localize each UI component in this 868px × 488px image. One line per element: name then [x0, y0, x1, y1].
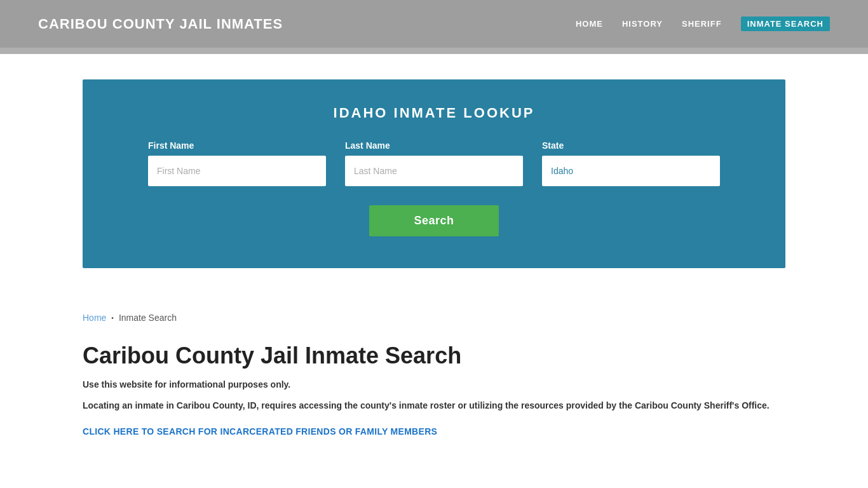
cta-link[interactable]: CLICK HERE to Search for Incarcerated Fr…	[83, 426, 437, 437]
breadcrumb-current: Inmate Search	[119, 313, 177, 323]
info-line2: Locating an inmate in Caribou County, ID…	[83, 398, 785, 412]
page-heading: Caribou County Jail Inmate Search	[83, 342, 785, 369]
site-header: CARIBOU COUNTY JAIL INMATES HOME HISTORY…	[0, 0, 868, 48]
search-fields: First Name Last Name State	[121, 140, 747, 186]
first-name-input[interactable]	[148, 156, 326, 186]
nav-history[interactable]: HISTORY	[622, 19, 663, 29]
search-section-title: IDAHO INMATE LOOKUP	[121, 105, 747, 121]
breadcrumb-home[interactable]: Home	[83, 313, 106, 323]
breadcrumb: Home • Inmate Search	[0, 294, 868, 329]
last-name-input[interactable]	[345, 156, 523, 186]
state-input[interactable]	[542, 156, 720, 186]
search-section: IDAHO INMATE LOOKUP First Name Last Name…	[83, 79, 785, 268]
main-nav: HOME HISTORY SHERIFF INMATE SEARCH	[576, 17, 830, 31]
state-group: State	[542, 140, 720, 186]
info-line1: Use this website for informational purpo…	[83, 379, 785, 390]
nav-sheriff[interactable]: SHERIFF	[682, 19, 722, 29]
search-btn-wrapper: Search	[121, 205, 747, 236]
main-content: Caribou County Jail Inmate Search Use th…	[0, 329, 868, 475]
site-title: CARIBOU COUNTY JAIL INMATES	[38, 16, 283, 32]
nav-home[interactable]: HOME	[576, 19, 603, 29]
breadcrumb-separator: •	[111, 315, 114, 322]
first-name-label: First Name	[148, 140, 326, 151]
search-button[interactable]: Search	[369, 205, 498, 236]
last-name-label: Last Name	[345, 140, 523, 151]
last-name-group: Last Name	[345, 140, 523, 186]
nav-inmate-search[interactable]: INMATE SEARCH	[741, 17, 830, 31]
header-bar	[0, 48, 868, 54]
state-label: State	[542, 140, 720, 151]
first-name-group: First Name	[148, 140, 326, 186]
